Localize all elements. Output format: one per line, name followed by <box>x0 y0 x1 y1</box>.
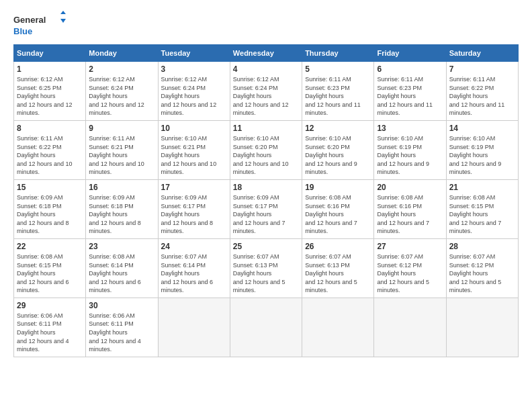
day-number: 21 <box>449 183 515 192</box>
day-number: 22 <box>17 242 83 251</box>
day-number: 2 <box>89 64 154 74</box>
day-info: Sunrise: 6:12 AM Sunset: 6:25 PM Dayligh… <box>17 75 83 118</box>
weekday-header: Saturday <box>446 45 518 62</box>
day-number: 5 <box>305 64 371 74</box>
day-info: Sunrise: 6:11 AM Sunset: 6:23 PM Dayligh… <box>377 75 443 118</box>
day-info: Sunrise: 6:08 AM Sunset: 6:14 PM Dayligh… <box>89 253 154 295</box>
day-number: 23 <box>89 242 154 251</box>
day-info: Sunrise: 6:09 AM Sunset: 6:18 PM Dayligh… <box>89 193 154 236</box>
day-number: 4 <box>233 64 299 74</box>
calendar-day-cell: 8 Sunrise: 6:11 AM Sunset: 6:22 PM Dayli… <box>14 120 86 179</box>
day-info: Sunrise: 6:08 AM Sunset: 6:16 PM Dayligh… <box>377 193 443 236</box>
calendar-day-cell: 17 Sunrise: 6:09 AM Sunset: 6:17 PM Dayl… <box>158 179 230 238</box>
day-number: 29 <box>17 301 83 310</box>
day-info: Sunrise: 6:06 AM Sunset: 6:11 PM Dayligh… <box>17 312 83 354</box>
day-number: 7 <box>449 64 515 74</box>
day-number: 12 <box>305 124 371 133</box>
calendar-day-cell <box>374 298 446 357</box>
calendar-day-cell: 7 Sunrise: 6:11 AM Sunset: 6:22 PM Dayli… <box>446 62 518 121</box>
day-number: 20 <box>377 183 443 192</box>
calendar-day-cell: 5 Sunrise: 6:11 AM Sunset: 6:23 PM Dayli… <box>302 62 374 121</box>
calendar-day-cell: 4 Sunrise: 6:12 AM Sunset: 6:24 PM Dayli… <box>230 62 302 121</box>
day-info: Sunrise: 6:08 AM Sunset: 6:15 PM Dayligh… <box>17 253 83 295</box>
day-info: Sunrise: 6:10 AM Sunset: 6:19 PM Dayligh… <box>449 134 515 177</box>
calendar-day-cell <box>158 298 230 357</box>
day-info: Sunrise: 6:09 AM Sunset: 6:17 PM Dayligh… <box>161 193 227 236</box>
day-number: 1 <box>17 64 83 74</box>
day-number: 26 <box>305 242 371 251</box>
day-info: Sunrise: 6:12 AM Sunset: 6:24 PM Dayligh… <box>233 75 299 118</box>
day-number: 6 <box>377 64 443 74</box>
calendar-day-cell: 3 Sunrise: 6:12 AM Sunset: 6:24 PM Dayli… <box>158 62 230 121</box>
day-info: Sunrise: 6:11 AM Sunset: 6:22 PM Dayligh… <box>449 75 515 118</box>
calendar-week-row: 8 Sunrise: 6:11 AM Sunset: 6:22 PM Dayli… <box>14 120 519 179</box>
calendar-week-row: 22 Sunrise: 6:08 AM Sunset: 6:15 PM Dayl… <box>14 238 519 298</box>
day-number: 3 <box>161 64 227 74</box>
calendar-day-cell: 6 Sunrise: 6:11 AM Sunset: 6:23 PM Dayli… <box>374 62 446 121</box>
day-number: 28 <box>449 242 515 251</box>
day-info: Sunrise: 6:11 AM Sunset: 6:22 PM Dayligh… <box>17 134 83 177</box>
calendar-day-cell: 19 Sunrise: 6:08 AM Sunset: 6:16 PM Dayl… <box>302 179 374 238</box>
day-info: Sunrise: 6:12 AM Sunset: 6:24 PM Dayligh… <box>161 75 227 118</box>
day-info: Sunrise: 6:07 AM Sunset: 6:13 PM Dayligh… <box>305 253 371 295</box>
calendar-day-cell: 26 Sunrise: 6:07 AM Sunset: 6:13 PM Dayl… <box>302 238 374 298</box>
day-info: Sunrise: 6:11 AM Sunset: 6:21 PM Dayligh… <box>89 134 154 177</box>
day-info: Sunrise: 6:08 AM Sunset: 6:16 PM Dayligh… <box>305 193 371 236</box>
day-number: 11 <box>233 124 299 133</box>
day-info: Sunrise: 6:07 AM Sunset: 6:12 PM Dayligh… <box>449 253 515 295</box>
calendar-day-cell: 22 Sunrise: 6:08 AM Sunset: 6:15 PM Dayl… <box>14 238 86 298</box>
calendar-week-row: 29 Sunrise: 6:06 AM Sunset: 6:11 PM Dayl… <box>14 298 519 357</box>
calendar-day-cell <box>230 298 302 357</box>
day-info: Sunrise: 6:10 AM Sunset: 6:21 PM Dayligh… <box>161 134 227 177</box>
page-header: General Blue <box>13 11 519 38</box>
calendar-day-cell: 13 Sunrise: 6:10 AM Sunset: 6:19 PM Dayl… <box>374 120 446 179</box>
calendar-day-cell: 12 Sunrise: 6:10 AM Sunset: 6:20 PM Dayl… <box>302 120 374 179</box>
weekday-header: Thursday <box>302 45 374 62</box>
calendar-day-cell: 18 Sunrise: 6:09 AM Sunset: 6:17 PM Dayl… <box>230 179 302 238</box>
day-info: Sunrise: 6:07 AM Sunset: 6:14 PM Dayligh… <box>161 253 227 295</box>
day-number: 13 <box>377 124 443 133</box>
day-info: Sunrise: 6:06 AM Sunset: 6:11 PM Dayligh… <box>89 312 154 354</box>
day-info: Sunrise: 6:08 AM Sunset: 6:15 PM Dayligh… <box>449 193 515 236</box>
weekday-header: Tuesday <box>158 45 230 62</box>
weekday-header: Friday <box>374 45 446 62</box>
day-number: 15 <box>17 183 83 192</box>
calendar-day-cell: 10 Sunrise: 6:10 AM Sunset: 6:21 PM Dayl… <box>158 120 230 179</box>
calendar-day-cell: 28 Sunrise: 6:07 AM Sunset: 6:12 PM Dayl… <box>446 238 518 298</box>
calendar-day-cell: 14 Sunrise: 6:10 AM Sunset: 6:19 PM Dayl… <box>446 120 518 179</box>
calendar-day-cell: 1 Sunrise: 6:12 AM Sunset: 6:25 PM Dayli… <box>14 62 86 121</box>
day-number: 25 <box>233 242 299 251</box>
svg-text:Blue: Blue <box>13 26 32 36</box>
calendar-day-cell: 21 Sunrise: 6:08 AM Sunset: 6:15 PM Dayl… <box>446 179 518 238</box>
calendar-day-cell: 9 Sunrise: 6:11 AM Sunset: 6:21 PM Dayli… <box>86 120 158 179</box>
day-number: 14 <box>449 124 515 133</box>
svg-marker-3 <box>60 19 66 23</box>
calendar-day-cell: 2 Sunrise: 6:12 AM Sunset: 6:24 PM Dayli… <box>86 62 158 121</box>
day-info: Sunrise: 6:10 AM Sunset: 6:20 PM Dayligh… <box>305 134 371 177</box>
day-info: Sunrise: 6:10 AM Sunset: 6:20 PM Dayligh… <box>233 134 299 177</box>
calendar-day-cell: 20 Sunrise: 6:08 AM Sunset: 6:16 PM Dayl… <box>374 179 446 238</box>
weekday-header: Wednesday <box>230 45 302 62</box>
calendar-day-cell: 16 Sunrise: 6:09 AM Sunset: 6:18 PM Dayl… <box>86 179 158 238</box>
day-number: 30 <box>89 301 154 310</box>
day-info: Sunrise: 6:11 AM Sunset: 6:23 PM Dayligh… <box>305 75 371 118</box>
calendar-week-row: 1 Sunrise: 6:12 AM Sunset: 6:25 PM Dayli… <box>14 62 519 121</box>
day-info: Sunrise: 6:10 AM Sunset: 6:19 PM Dayligh… <box>377 134 443 177</box>
day-number: 9 <box>89 124 154 133</box>
calendar-week-row: 15 Sunrise: 6:09 AM Sunset: 6:18 PM Dayl… <box>14 179 519 238</box>
day-number: 10 <box>161 124 227 133</box>
calendar-day-cell: 15 Sunrise: 6:09 AM Sunset: 6:18 PM Dayl… <box>14 179 86 238</box>
day-info: Sunrise: 6:09 AM Sunset: 6:17 PM Dayligh… <box>233 193 299 236</box>
day-number: 18 <box>233 183 299 192</box>
day-number: 19 <box>305 183 371 192</box>
logo: General Blue <box>13 11 67 38</box>
calendar-day-cell: 25 Sunrise: 6:07 AM Sunset: 6:13 PM Dayl… <box>230 238 302 298</box>
calendar-day-cell: 24 Sunrise: 6:07 AM Sunset: 6:14 PM Dayl… <box>158 238 230 298</box>
day-number: 24 <box>161 242 227 251</box>
weekday-header: Sunday <box>14 45 86 62</box>
calendar-day-cell <box>446 298 518 357</box>
svg-text:General: General <box>13 15 46 25</box>
day-info: Sunrise: 6:09 AM Sunset: 6:18 PM Dayligh… <box>17 193 83 236</box>
calendar-day-cell <box>302 298 374 357</box>
calendar-table: SundayMondayTuesdayWednesdayThursdayFrid… <box>13 44 519 357</box>
